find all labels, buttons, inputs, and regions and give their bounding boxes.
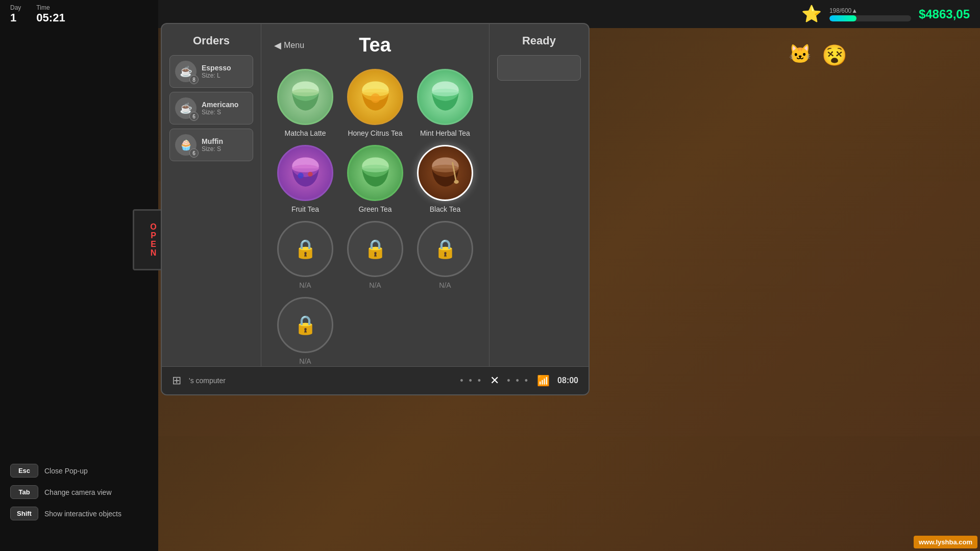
esc-key: Esc bbox=[10, 464, 38, 478]
top-hud: Day 1 Time 05:21 ⭐ 198/600▲ $4863,05 bbox=[0, 0, 980, 28]
modal-overlay: Orders ☕ 8 Espesso Size: L ☕ 6 Americano bbox=[161, 23, 590, 395]
locked-name-2: N/A bbox=[369, 281, 381, 289]
green-name: Green Tea bbox=[358, 205, 391, 213]
matcha-cup-svg bbox=[286, 78, 325, 116]
modal-inner: Orders ☕ 8 Espesso Size: L ☕ 6 Americano bbox=[162, 24, 589, 394]
hint-row-tab: Tab Change camera view bbox=[10, 485, 121, 499]
watermark: www.lyshba.com bbox=[914, 536, 977, 548]
tea-item-fruit[interactable]: Fruit Tea bbox=[274, 145, 336, 213]
americano-avatar: ☕ 6 bbox=[175, 97, 197, 119]
hud-right: ⭐ 198/600▲ $4863,05 bbox=[801, 4, 970, 24]
espresso-count: 8 bbox=[189, 75, 199, 84]
ready-panel: Ready bbox=[489, 24, 589, 394]
lock-icon-2: 🔒 bbox=[364, 238, 387, 260]
menu-title: Tea bbox=[304, 34, 446, 56]
back-button[interactable]: ◀ Menu bbox=[274, 40, 304, 51]
xp-bar-container: 198/600▲ bbox=[829, 7, 911, 21]
honey-circle bbox=[347, 69, 403, 125]
matcha-name: Matcha Latte bbox=[285, 129, 326, 137]
esc-hint: Close Pop-up bbox=[44, 467, 88, 475]
shift-hint: Show interactive objects bbox=[44, 510, 121, 518]
emoji-face: 😵 bbox=[822, 43, 847, 67]
fruit-circle bbox=[277, 145, 333, 201]
mint-name: Mint Herbal Tea bbox=[420, 129, 470, 137]
menu-area: ◀ Menu Tea Matcha Lat bbox=[261, 24, 489, 394]
day-label: Day bbox=[10, 4, 21, 11]
green-circle bbox=[347, 145, 403, 201]
time-label: Time bbox=[36, 4, 65, 11]
day-value: 1 bbox=[10, 11, 21, 24]
orders-title: Orders bbox=[169, 34, 253, 47]
locked-circle-2: 🔒 bbox=[347, 221, 403, 277]
espresso-size: Size: L bbox=[202, 72, 231, 79]
locked-circle-3: 🔒 bbox=[417, 221, 473, 277]
hint-row-shift: Shift Show interactive objects bbox=[10, 507, 121, 520]
xp-text: 198/600▲ bbox=[829, 7, 911, 14]
black-circle bbox=[417, 145, 473, 201]
americano-size: Size: S bbox=[202, 109, 238, 116]
cat-decoration: 🐱 bbox=[789, 43, 812, 65]
matcha-circle bbox=[277, 69, 333, 125]
svg-point-5 bbox=[292, 88, 319, 96]
muffin-size: Size: S bbox=[202, 145, 223, 153]
espresso-name: Espesso bbox=[202, 64, 231, 72]
tea-item-locked-3: 🔒 N/A bbox=[414, 221, 476, 289]
order-item-muffin[interactable]: 🧁 6 Muffin Size: S bbox=[169, 129, 253, 161]
star-icon: ⭐ bbox=[801, 4, 822, 24]
ready-title: Ready bbox=[497, 34, 581, 47]
espresso-info: Espesso Size: L bbox=[202, 64, 231, 79]
muffin-info: Muffin Size: S bbox=[202, 137, 223, 153]
day-time-display: Day 1 Time 05:21 bbox=[10, 4, 65, 24]
back-arrow-icon: ◀ bbox=[274, 40, 281, 51]
americano-count: 6 bbox=[189, 112, 199, 121]
bottom-time: 08:00 bbox=[557, 376, 578, 385]
locked-circle-4: 🔒 bbox=[277, 297, 333, 353]
order-item-americano[interactable]: ☕ 6 Americano Size: S bbox=[169, 92, 253, 124]
americano-info: Americano Size: S bbox=[202, 101, 238, 116]
dots-left: • • • bbox=[460, 375, 482, 386]
tea-item-locked-4: 🔒 N/A bbox=[274, 297, 336, 365]
grid-icon[interactable]: ⊞ bbox=[172, 374, 181, 387]
xp-fill bbox=[829, 15, 856, 21]
muffin-name: Muffin bbox=[202, 137, 223, 145]
tea-item-honey[interactable]: Honey Citrus Tea bbox=[344, 69, 406, 137]
locked-name-4: N/A bbox=[299, 357, 311, 365]
tea-item-green[interactable]: Green Tea bbox=[344, 145, 406, 213]
tea-item-matcha[interactable]: Matcha Latte bbox=[274, 69, 336, 137]
close-button[interactable]: ✕ bbox=[490, 374, 499, 387]
computer-label: 's computer bbox=[189, 377, 452, 385]
svg-point-14 bbox=[308, 171, 312, 176]
shift-key: Shift bbox=[10, 507, 38, 520]
mint-cup-svg bbox=[426, 78, 464, 116]
muffin-count: 6 bbox=[189, 148, 199, 158]
ready-slot bbox=[497, 55, 581, 81]
green-cup-svg bbox=[356, 154, 395, 192]
tea-grid: Matcha Latte Honey Citrus Tea bbox=[274, 69, 476, 365]
tea-item-mint[interactable]: Mint Herbal Tea bbox=[414, 69, 476, 137]
muffin-avatar: 🧁 6 bbox=[175, 134, 197, 156]
americano-name: Americano bbox=[202, 101, 238, 109]
black-cup-svg bbox=[426, 154, 464, 192]
back-label: Menu bbox=[284, 41, 304, 50]
tea-item-black[interactable]: Black Tea bbox=[414, 145, 476, 213]
svg-point-8 bbox=[371, 93, 380, 103]
svg-point-10 bbox=[432, 88, 459, 96]
lock-icon-4: 🔒 bbox=[294, 314, 317, 336]
lock-icon-1: 🔒 bbox=[294, 238, 317, 260]
espresso-avatar: ☕ 8 bbox=[175, 61, 197, 82]
keyboard-hints: Esc Close Pop-up Tab Change camera view … bbox=[10, 464, 121, 520]
svg-point-16 bbox=[362, 164, 389, 172]
xp-bar bbox=[829, 15, 911, 21]
open-text: OPEN bbox=[149, 222, 158, 257]
tea-item-locked-1: 🔒 N/A bbox=[274, 221, 336, 289]
locked-name-3: N/A bbox=[439, 281, 451, 289]
fruit-name: Fruit Tea bbox=[291, 205, 319, 213]
svg-point-12 bbox=[292, 164, 319, 172]
order-item-espresso[interactable]: ☕ 8 Espesso Size: L bbox=[169, 55, 253, 88]
hint-row-esc: Esc Close Pop-up bbox=[10, 464, 121, 478]
svg-point-13 bbox=[298, 172, 303, 178]
time-value: 05:21 bbox=[36, 11, 65, 24]
wifi-icon: 📶 bbox=[537, 374, 550, 387]
tea-item-locked-2: 🔒 N/A bbox=[344, 221, 406, 289]
menu-header: ◀ Menu Tea bbox=[274, 34, 476, 56]
